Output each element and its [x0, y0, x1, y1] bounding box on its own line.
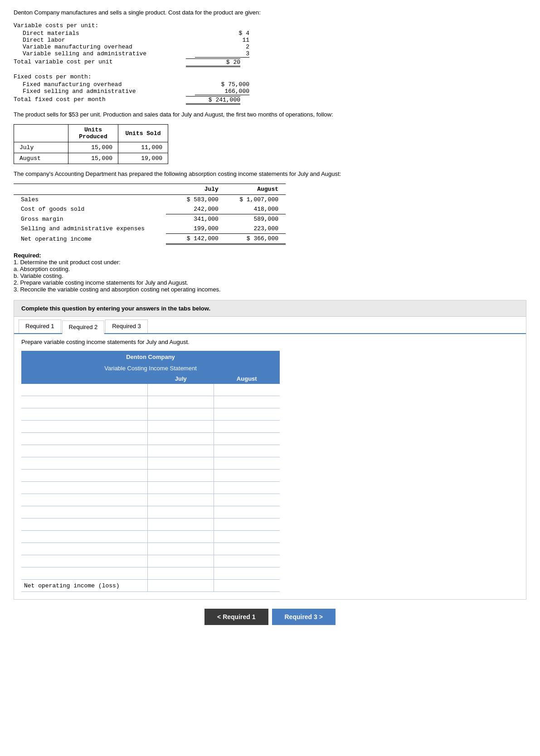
vc-row-7 [21, 457, 280, 470]
var-mfg-oh-label: Variable manufacturing overhead [23, 44, 195, 50]
vc-row-11-july[interactable] [147, 506, 214, 518]
vc-row-3-august[interactable] [214, 408, 280, 420]
vc-row-6-august[interactable] [214, 445, 280, 457]
direct-labor-label: Direct labor [23, 37, 195, 44]
var-selling-row: Variable selling and administrative 3 [23, 50, 249, 58]
vc-row-6 [21, 445, 280, 457]
vc-row-8-august [214, 470, 280, 481]
sga-july: 199,000 [166, 224, 226, 234]
vc-row-9-august[interactable] [214, 482, 280, 494]
total-variable-value: $ 20 [186, 58, 240, 67]
vc-row-14-july[interactable] [147, 543, 214, 555]
total-fixed-row: Total fixed cost per month $ 241,000 [14, 96, 240, 105]
sales-label: Sales [14, 195, 166, 205]
fixed-costs-section: Fixed costs per month: Fixed manufacturi… [14, 73, 526, 105]
product-sell-text: The product sells for $53 per unit. Prod… [14, 111, 526, 118]
vc-row-16-label [21, 572, 147, 575]
vc-row-12-label [21, 523, 147, 526]
vc-row-8-july [147, 470, 214, 481]
required-section: Required: 1. Determine the unit product … [14, 252, 526, 293]
vc-row-5-august[interactable] [214, 433, 280, 445]
next-button[interactable]: Required 3 > [272, 609, 336, 625]
vc-row-3-july[interactable] [147, 408, 214, 420]
vc-row-16-august [214, 567, 280, 579]
tabs-header: Required 1 Required 2 Required 3 [14, 317, 526, 334]
absorption-intro: The company's Accounting Department has … [14, 170, 526, 177]
direct-labor-value: 11 [195, 37, 249, 44]
vc-row-4-august[interactable] [214, 421, 280, 432]
total-fixed-label: Total fixed cost per month [14, 96, 186, 105]
vc-net-income-july[interactable] [147, 580, 214, 591]
vc-title: Variable Costing Income Statement [21, 363, 280, 373]
variable-costs-header: Variable costs per unit: [14, 22, 526, 29]
vc-row-9-label [21, 486, 147, 489]
vc-row-6-july[interactable] [147, 445, 214, 457]
vc-row-13-july[interactable] [147, 531, 214, 543]
tab-required-3[interactable]: Required 3 [105, 320, 148, 333]
required-header: Required: [14, 252, 526, 259]
var-mfg-oh-value: 2 [195, 44, 249, 50]
vc-row-5-label [21, 437, 147, 440]
vc-row-12-july[interactable] [147, 519, 214, 530]
vc-row-15-august[interactable] [214, 555, 280, 567]
vc-row-7-august [214, 457, 280, 469]
vc-row-1-label [21, 388, 147, 391]
complete-box: Complete this question by entering your … [14, 300, 526, 317]
required-item-0: 1. Determine the unit product cost under… [14, 259, 526, 266]
vc-row-4 [21, 421, 280, 433]
august-sold: 19,000 [118, 153, 168, 164]
vc-row-15-july[interactable] [147, 555, 214, 567]
vc-col-header: July August [21, 373, 280, 384]
vc-row-16 [21, 567, 280, 580]
vc-row-11 [21, 506, 280, 519]
vc-row-13 [21, 531, 280, 543]
vc-row-11-august[interactable] [214, 506, 280, 518]
vc-row-4-july[interactable] [147, 421, 214, 432]
vc-company: Denton Company [21, 351, 280, 363]
july-produced: 15,000 [68, 142, 118, 153]
tab-required-2[interactable]: Required 2 [62, 320, 105, 334]
tab-required-1[interactable]: Required 1 [19, 320, 61, 333]
vc-row-5-july[interactable] [147, 433, 214, 445]
sga-august: 223,000 [226, 224, 286, 234]
vc-row-13-august[interactable] [214, 531, 280, 543]
august-label: August [14, 153, 68, 164]
sga-label: Selling and administrative expenses [14, 224, 166, 234]
vc-row-10-august[interactable] [214, 494, 280, 506]
vc-row-2-august[interactable] [214, 396, 280, 408]
fixed-costs-header: Fixed costs per month: [14, 73, 526, 80]
net-income-row: Net operating income $ 142,000 $ 366,000 [14, 234, 286, 244]
required-item-3: 2. Prepare variable costing income state… [14, 279, 526, 286]
gross-margin-august: 589,000 [226, 214, 286, 224]
vc-row-2-label [21, 401, 147, 403]
vc-row-1-july[interactable] [147, 384, 214, 396]
vc-net-income-august[interactable] [214, 580, 280, 591]
direct-materials-value: $ 4 [195, 30, 249, 37]
gross-margin-label: Gross margin [14, 214, 166, 224]
vc-row-15-label [21, 560, 147, 562]
july-units-row: July 15,000 11,000 [14, 142, 168, 153]
cogs-label: Cost of goods sold [14, 204, 166, 214]
vc-row-12-august[interactable] [214, 519, 280, 530]
vc-row-13-label [21, 535, 147, 538]
prev-button[interactable]: < Required 1 [204, 609, 268, 625]
gross-margin-row: Gross margin 341,000 589,000 [14, 214, 286, 224]
fixed-selling-label: Fixed selling and administrative [23, 88, 195, 95]
vc-row-1 [21, 384, 280, 396]
tab-content: Prepare variable costing income statemen… [14, 334, 526, 599]
total-fixed-value: $ 241,000 [186, 96, 240, 105]
direct-materials-label: Direct materials [23, 30, 195, 37]
variable-costs-section: Variable costs per unit: Direct material… [14, 22, 526, 67]
vc-row-3 [21, 408, 280, 421]
vc-row-14-august[interactable] [214, 543, 280, 555]
vc-row-9 [21, 482, 280, 494]
vc-row-9-july[interactable] [147, 482, 214, 494]
vc-row-2-july[interactable] [147, 396, 214, 408]
vc-row-1-august[interactable] [214, 384, 280, 396]
vc-table: Denton Company Variable Costing Income S… [21, 351, 280, 592]
net-income-label: Net operating income [14, 234, 166, 244]
vc-row-10-july[interactable] [147, 494, 214, 506]
fixed-mfg-oh-value: $ 75,000 [195, 81, 249, 88]
required-item-2: b. Variable costing. [14, 272, 526, 279]
sales-july: $ 583,000 [166, 195, 226, 205]
